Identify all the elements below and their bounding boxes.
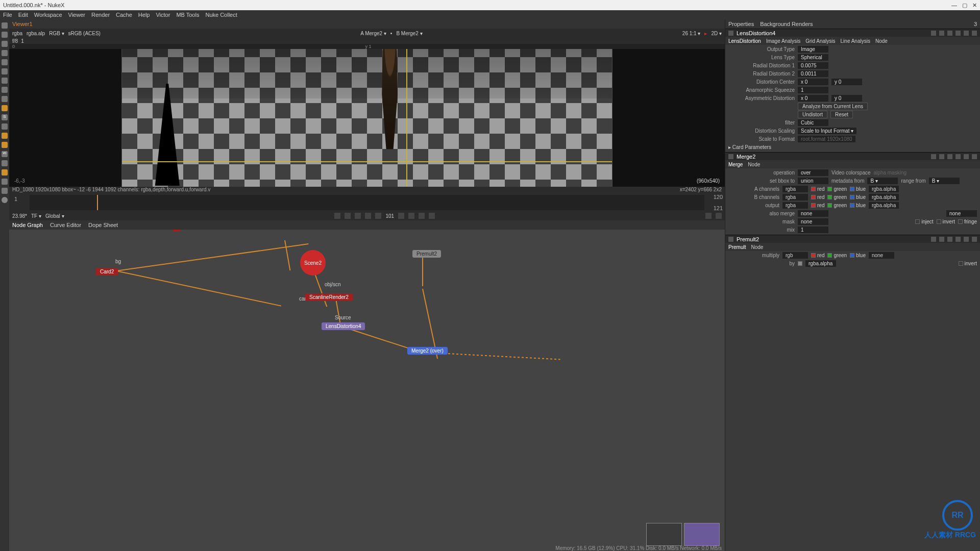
menu-cache[interactable]: Cache [116, 12, 132, 18]
tab-line-analysis[interactable]: Line Analysis [841, 38, 870, 44]
dc-y-input[interactable]: y 0 [831, 79, 862, 85]
tab-lensdistortion[interactable]: LensDistortion [728, 38, 761, 44]
rd1-input[interactable]: 0.0075 [798, 62, 828, 69]
panel-header-lens[interactable]: LensDistortion4 [725, 29, 980, 37]
a-green-check[interactable]: green [827, 186, 847, 192]
tool-icon[interactable] [2, 169, 8, 176]
asym-x-input[interactable]: x 0 [798, 95, 828, 102]
tab-nodegraph[interactable]: Node Graph [12, 222, 43, 228]
squeeze-input[interactable]: 1 [798, 87, 828, 93]
tab-dope[interactable]: Dope Sheet [88, 222, 118, 228]
undistort-button[interactable]: Undistort [798, 111, 827, 118]
tool-icon[interactable] [2, 78, 8, 84]
lut-select[interactable]: sRGB (ACES) [68, 31, 101, 36]
node-scanline[interactable]: ScanlineRender2 [305, 293, 353, 301]
panel-icon[interactable] [939, 31, 944, 36]
a-red-check[interactable]: red [811, 186, 824, 192]
panel-icon[interactable] [931, 154, 936, 159]
panel-icon[interactable] [955, 237, 961, 242]
metadata-select[interactable]: B ▾ [867, 178, 898, 184]
viewer[interactable]: -6,-3 (960x540) [9, 49, 725, 187]
dist-scaling-select[interactable]: Scale to Input Format ▾ [798, 128, 856, 134]
tool-icon[interactable] [2, 32, 8, 38]
next-frame-button[interactable] [408, 213, 414, 219]
prev-key-button[interactable] [345, 213, 351, 219]
panel-icon[interactable] [947, 154, 952, 159]
tool-icon[interactable] [2, 142, 8, 148]
a-alpha-select[interactable]: rgba.alpha [869, 186, 899, 192]
current-frame[interactable]: 101 [385, 213, 394, 219]
b-red-check[interactable]: red [811, 194, 824, 200]
prev-frame-button[interactable] [355, 213, 361, 219]
bbox-select[interactable]: union [798, 178, 828, 184]
menu-render[interactable]: Render [91, 12, 110, 18]
b-green-check[interactable]: green [827, 194, 847, 200]
panel-icon[interactable] [955, 31, 961, 36]
node-lensdistortion[interactable]: LensDistortion4 [322, 322, 365, 330]
panel-header-merge[interactable]: Merge2 [725, 152, 980, 160]
panel-header-premult[interactable]: Premult2 [725, 235, 980, 243]
close-icon[interactable] [972, 237, 977, 242]
close-icon[interactable] [972, 31, 977, 36]
range-select[interactable]: B ▾ [929, 178, 960, 184]
play-button[interactable] [398, 213, 404, 219]
tab-node[interactable]: Node [751, 244, 763, 250]
tf-select[interactable]: TF ▾ [31, 213, 41, 219]
minimap-alt[interactable] [684, 523, 720, 546]
tab-premult[interactable]: Premult [728, 244, 746, 250]
close-icon[interactable] [972, 154, 977, 159]
panel-icon[interactable] [964, 154, 969, 159]
a-channels-select[interactable]: rgba [782, 186, 808, 192]
tab-bg-renders[interactable]: Background Renders [760, 21, 813, 27]
menu-workspace[interactable]: Workspace [34, 12, 62, 18]
tab-curve[interactable]: Curve Editor [50, 222, 81, 228]
menu-viewer[interactable]: Viewer [68, 12, 85, 18]
node-card[interactable]: Card2 [96, 268, 118, 276]
out-alpha-select[interactable]: rgba.alpha [869, 202, 899, 209]
tab-viewer1[interactable]: Viewer1 [12, 21, 33, 27]
tool-icon[interactable]: vc [2, 151, 8, 157]
also-merge2-select[interactable]: none [946, 210, 977, 217]
tool-icon[interactable] [2, 87, 8, 93]
tab-image-analysis[interactable]: Image Analysis [766, 38, 800, 44]
mix-input[interactable]: 1 [798, 227, 828, 233]
channel-select[interactable]: rgba.alp [27, 31, 45, 36]
range-button[interactable] [716, 213, 722, 219]
multiply-select[interactable]: rgb [782, 252, 808, 259]
analyze-button[interactable]: Analyze from Current Lens [798, 103, 868, 110]
tool-icon[interactable] [2, 96, 8, 102]
panel-icon[interactable] [939, 154, 944, 159]
minimize-button[interactable]: — [951, 2, 957, 9]
panel-icon[interactable] [947, 31, 952, 36]
dc-x-input[interactable]: x 0 [798, 79, 828, 85]
layer-select[interactable]: rgba [12, 31, 22, 36]
disclosure-icon[interactable] [728, 237, 733, 242]
tool-icon[interactable] [2, 123, 8, 130]
disclosure-icon[interactable] [728, 31, 733, 36]
maximize-button[interactable]: ▢ [962, 2, 967, 9]
node-graph[interactable]: Card2 bg Scene2 obj/scn cam ScanlineRend… [9, 230, 725, 551]
lens-type-select[interactable]: Spherical [798, 54, 828, 61]
menu-mbtools[interactable]: MB Tools [176, 12, 199, 18]
reset-button[interactable]: Reset [830, 111, 853, 118]
p-red-check[interactable]: red [811, 253, 824, 258]
minimap-view[interactable] [646, 523, 682, 546]
output-type-select[interactable]: Image [798, 46, 828, 53]
fps-display[interactable]: 23.98* [12, 213, 27, 219]
fstop-value[interactable]: 1 [21, 38, 24, 44]
tool-icon[interactable] [2, 41, 8, 47]
out-red-check[interactable]: red [811, 203, 824, 208]
timeline-track[interactable]: 120 121 1 [30, 195, 704, 210]
filter-select[interactable]: Cubic [798, 119, 828, 126]
first-frame-button[interactable] [334, 213, 340, 219]
rd2-input[interactable]: 0.0011 [798, 70, 828, 77]
tool-icon[interactable] [2, 105, 8, 111]
out-channels-select[interactable]: rgba [782, 202, 808, 209]
disclosure-icon[interactable] [728, 154, 733, 159]
last-frame-button[interactable] [429, 213, 435, 219]
tool-icon[interactable] [2, 22, 8, 29]
panel-icon[interactable] [955, 154, 961, 159]
node-scene[interactable]: Scene2 [300, 250, 326, 276]
next-key-button[interactable] [419, 213, 425, 219]
invert-check[interactable]: invert [959, 261, 977, 266]
